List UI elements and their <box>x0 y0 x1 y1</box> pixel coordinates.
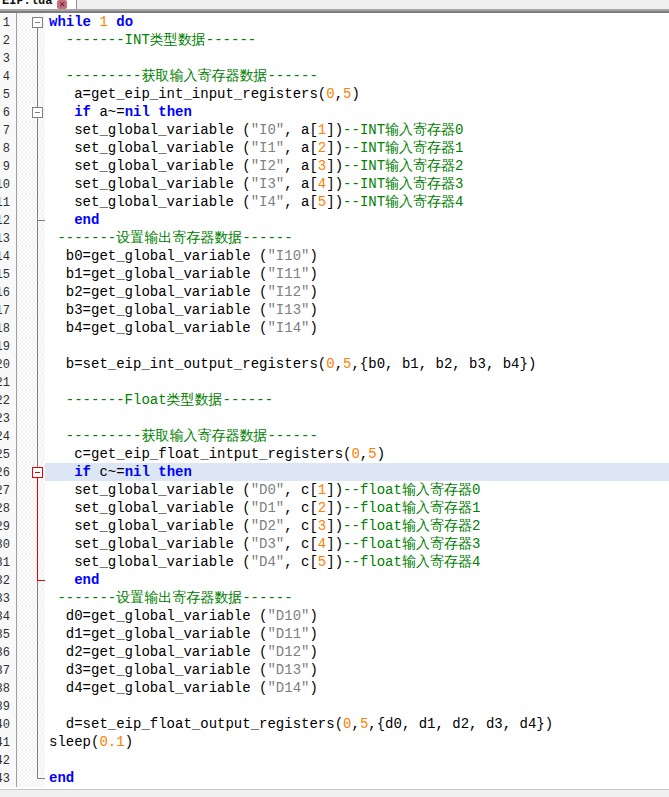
code-line: 25 c=get_eip_float_intput_registers(0,5) <box>0 445 669 463</box>
code-line-content[interactable]: ---------获取输入寄存器数据------ <box>45 427 669 445</box>
fold-margin[interactable] <box>17 571 45 589</box>
code-line-content[interactable]: sleep(0.1) <box>45 733 669 751</box>
fold-margin[interactable] <box>17 517 45 535</box>
code-line-content[interactable]: b4=get_global_variable ("I14") <box>45 319 669 337</box>
code-line-content[interactable] <box>45 751 669 769</box>
fold-margin[interactable] <box>17 121 45 139</box>
fold-toggle-icon[interactable] <box>32 467 43 478</box>
code-line-content[interactable]: b0=get_global_variable ("I10") <box>45 247 669 265</box>
code-line: 38 d4=get_global_variable ("D14") <box>0 679 669 697</box>
code-line-content[interactable]: -------Float类型数据------ <box>45 391 669 409</box>
code-line-content[interactable]: set_global_variable ("I0", a[1])--INT输入寄… <box>45 121 669 139</box>
code-line-content[interactable]: set_global_variable ("I2", a[3])--INT输入寄… <box>45 157 669 175</box>
fold-margin[interactable] <box>17 715 45 733</box>
code-line-content[interactable]: if c~=nil then <box>45 463 669 481</box>
code-line-content[interactable]: -------设置输出寄存器数据------ <box>45 229 669 247</box>
fold-margin[interactable] <box>17 355 45 373</box>
fold-margin[interactable] <box>17 13 45 31</box>
code-line-content[interactable]: d2=get_global_variable ("D12") <box>45 643 669 661</box>
fold-margin[interactable] <box>17 85 45 103</box>
fold-toggle-icon[interactable] <box>32 17 43 28</box>
fold-margin[interactable] <box>17 265 45 283</box>
code-line-content[interactable]: set_global_variable ("D2", c[3])--float输… <box>45 517 669 535</box>
fold-margin[interactable] <box>17 139 45 157</box>
code-line-content[interactable]: c=get_eip_float_intput_registers(0,5) <box>45 445 669 463</box>
code-line-content[interactable] <box>45 373 669 391</box>
code-line-content[interactable]: d=set_eip_float_output_registers(0,5,{d0… <box>45 715 669 733</box>
line-number: 42 <box>0 751 17 769</box>
fold-margin[interactable] <box>17 49 45 67</box>
code-line-content[interactable]: set_global_variable ("D0", c[1])--float输… <box>45 481 669 499</box>
code-line-content[interactable]: d3=get_global_variable ("D13") <box>45 661 669 679</box>
fold-margin[interactable] <box>17 157 45 175</box>
code-line-content[interactable]: b2=get_global_variable ("I12") <box>45 283 669 301</box>
fold-margin[interactable] <box>17 481 45 499</box>
fold-margin[interactable] <box>17 607 45 625</box>
tab-eip-lua[interactable]: EIP.lua ✕ <box>0 0 76 9</box>
code-line-content[interactable]: set_global_variable ("D4", c[5])--float输… <box>45 553 669 571</box>
line-number: 32 <box>0 571 17 589</box>
fold-margin[interactable] <box>17 661 45 679</box>
code-line-content[interactable]: d0=get_global_variable ("D10") <box>45 607 669 625</box>
fold-margin[interactable] <box>17 391 45 409</box>
code-line: 9 set_global_variable ("I2", a[3])--INT输… <box>0 157 669 175</box>
code-line-content[interactable]: set_global_variable ("I1", a[2])--INT输入寄… <box>45 139 669 157</box>
tab-bar: EIP.lua ✕ <box>0 0 669 9</box>
fold-margin[interactable] <box>17 499 45 517</box>
fold-margin[interactable] <box>17 103 45 121</box>
fold-margin[interactable] <box>17 751 45 769</box>
code-line-content[interactable]: -------设置输出寄存器数据------ <box>45 589 669 607</box>
code-line-content[interactable]: while 1 do <box>45 13 669 31</box>
fold-margin[interactable] <box>17 193 45 211</box>
fold-margin[interactable] <box>17 211 45 229</box>
code-line-content[interactable]: b1=get_global_variable ("I11") <box>45 265 669 283</box>
fold-margin[interactable] <box>17 589 45 607</box>
code-line-content[interactable]: end <box>45 571 669 589</box>
fold-margin[interactable] <box>17 175 45 193</box>
fold-margin[interactable] <box>17 337 45 355</box>
fold-margin[interactable] <box>17 625 45 643</box>
code-line-content[interactable]: b3=get_global_variable ("I13") <box>45 301 669 319</box>
fold-margin[interactable] <box>17 67 45 85</box>
fold-margin[interactable] <box>17 319 45 337</box>
fold-margin[interactable] <box>17 697 45 715</box>
fold-margin[interactable] <box>17 283 45 301</box>
code-line-content[interactable]: -------INT类型数据------ <box>45 31 669 49</box>
code-line-content[interactable]: d1=get_global_variable ("D11") <box>45 625 669 643</box>
code-line-content[interactable] <box>45 49 669 67</box>
code-line-content[interactable] <box>45 337 669 355</box>
fold-margin[interactable] <box>17 247 45 265</box>
fold-margin[interactable] <box>17 31 45 49</box>
fold-margin[interactable] <box>17 733 45 751</box>
fold-margin[interactable] <box>17 373 45 391</box>
fold-margin[interactable] <box>17 409 45 427</box>
code-line-content[interactable]: end <box>45 769 669 787</box>
fold-margin[interactable] <box>17 229 45 247</box>
fold-margin[interactable] <box>17 535 45 553</box>
code-line-content[interactable]: ---------获取输入寄存器数据------ <box>45 67 669 85</box>
line-number: 12 <box>0 211 17 229</box>
fold-margin[interactable] <box>17 553 45 571</box>
fold-margin[interactable] <box>17 643 45 661</box>
code-line-content[interactable]: set_global_variable ("I3", a[4])--INT输入寄… <box>45 175 669 193</box>
code-line-content[interactable]: set_global_variable ("D1", c[2])--float输… <box>45 499 669 517</box>
fold-margin[interactable] <box>17 463 45 481</box>
code-line-content[interactable]: set_global_variable ("D3", c[4])--float输… <box>45 535 669 553</box>
fold-margin[interactable] <box>17 769 45 787</box>
code-line-content[interactable]: a=get_eip_int_input_registers(0,5) <box>45 85 669 103</box>
code-line: 13 -------设置输出寄存器数据------ <box>0 229 669 247</box>
code-line-content[interactable]: if a~=nil then <box>45 103 669 121</box>
fold-margin[interactable] <box>17 301 45 319</box>
tab-close-icon[interactable]: ✕ <box>57 0 67 9</box>
code-line-content[interactable]: b=set_eip_int_output_registers(0,5,{b0, … <box>45 355 669 373</box>
code-line-content[interactable]: set_global_variable ("I4", a[5])--INT输入寄… <box>45 193 669 211</box>
code-line-content[interactable] <box>45 697 669 715</box>
code-line-content[interactable] <box>45 409 669 427</box>
fold-margin[interactable] <box>17 445 45 463</box>
fold-margin[interactable] <box>17 679 45 697</box>
code-line-content[interactable]: d4=get_global_variable ("D14") <box>45 679 669 697</box>
code-editor[interactable]: 1while 1 do2 -------INT类型数据------34 ----… <box>0 13 669 787</box>
fold-margin[interactable] <box>17 427 45 445</box>
fold-toggle-icon[interactable] <box>32 107 43 118</box>
code-line-content[interactable]: end <box>45 211 669 229</box>
